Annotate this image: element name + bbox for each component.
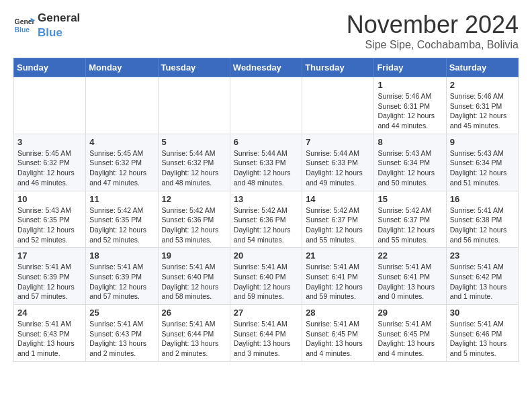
title-block: November 2024 Sipe Sipe, Cochabamba, Bol…: [347, 11, 519, 51]
header-row: Sunday Monday Tuesday Wednesday Thursday…: [14, 58, 519, 77]
calendar-cell: 7Sunrise: 5:44 AM Sunset: 6:33 PM Daylig…: [302, 134, 374, 191]
day-info: Sunrise: 5:41 AM Sunset: 6:40 PM Dayligh…: [162, 262, 226, 302]
page-container: General Blue General Blue November 2024 …: [0, 0, 532, 373]
logo-blue: Blue: [38, 26, 80, 40]
day-info: Sunrise: 5:41 AM Sunset: 6:44 PM Dayligh…: [162, 319, 226, 359]
calendar-cell: 4Sunrise: 5:45 AM Sunset: 6:32 PM Daylig…: [86, 134, 158, 191]
calendar-cell: 24Sunrise: 5:41 AM Sunset: 6:43 PM Dayli…: [14, 305, 86, 362]
location-subtitle: Sipe Sipe, Cochabamba, Bolivia: [347, 39, 519, 51]
calendar-cell: 29Sunrise: 5:41 AM Sunset: 6:45 PM Dayli…: [374, 305, 446, 362]
day-number: 16: [450, 194, 515, 204]
day-number: 28: [306, 308, 370, 318]
day-info: Sunrise: 5:44 AM Sunset: 6:32 PM Dayligh…: [162, 148, 226, 188]
calendar-cell: 22Sunrise: 5:41 AM Sunset: 6:41 PM Dayli…: [374, 248, 446, 305]
calendar-cell: [14, 77, 86, 134]
day-info: Sunrise: 5:42 AM Sunset: 6:35 PM Dayligh…: [89, 205, 154, 245]
day-number: 5: [162, 137, 226, 147]
col-thursday: Thursday: [302, 58, 374, 77]
day-info: Sunrise: 5:41 AM Sunset: 6:45 PM Dayligh…: [378, 319, 442, 359]
day-number: 7: [306, 137, 370, 147]
calendar-cell: [86, 77, 158, 134]
logo-general: General: [38, 11, 80, 26]
calendar-cell: 10Sunrise: 5:43 AM Sunset: 6:35 PM Dayli…: [14, 191, 86, 248]
calendar-cell: 13Sunrise: 5:42 AM Sunset: 6:36 PM Dayli…: [230, 191, 302, 248]
day-info: Sunrise: 5:41 AM Sunset: 6:38 PM Dayligh…: [450, 205, 515, 245]
calendar-table: Sunday Monday Tuesday Wednesday Thursday…: [13, 58, 519, 362]
calendar-cell: 25Sunrise: 5:41 AM Sunset: 6:43 PM Dayli…: [86, 305, 158, 362]
day-number: 21: [306, 250, 370, 261]
calendar-cell: 6Sunrise: 5:44 AM Sunset: 6:33 PM Daylig…: [230, 134, 302, 191]
calendar-cell: 8Sunrise: 5:43 AM Sunset: 6:34 PM Daylig…: [374, 134, 446, 191]
calendar-cell: 12Sunrise: 5:42 AM Sunset: 6:36 PM Dayli…: [158, 191, 230, 248]
day-info: Sunrise: 5:43 AM Sunset: 6:34 PM Dayligh…: [450, 148, 515, 188]
calendar-cell: 28Sunrise: 5:41 AM Sunset: 6:45 PM Dayli…: [302, 305, 374, 362]
day-info: Sunrise: 5:45 AM Sunset: 6:32 PM Dayligh…: [17, 148, 82, 188]
day-number: 4: [89, 137, 154, 147]
day-info: Sunrise: 5:41 AM Sunset: 6:45 PM Dayligh…: [306, 319, 370, 359]
calendar-cell: 16Sunrise: 5:41 AM Sunset: 6:38 PM Dayli…: [446, 191, 518, 248]
day-number: 13: [234, 194, 298, 204]
day-number: 11: [89, 194, 154, 204]
calendar-cell: 15Sunrise: 5:42 AM Sunset: 6:37 PM Dayli…: [374, 191, 446, 248]
day-info: Sunrise: 5:46 AM Sunset: 6:31 PM Dayligh…: [450, 91, 515, 131]
day-number: 27: [234, 308, 298, 318]
day-number: 29: [378, 308, 442, 318]
day-number: 10: [17, 194, 82, 204]
calendar-cell: 1Sunrise: 5:46 AM Sunset: 6:31 PM Daylig…: [374, 77, 446, 134]
day-number: 24: [17, 308, 82, 318]
calendar-cell: 2Sunrise: 5:46 AM Sunset: 6:31 PM Daylig…: [446, 77, 518, 134]
calendar-body: 1Sunrise: 5:46 AM Sunset: 6:31 PM Daylig…: [14, 77, 519, 362]
day-number: 3: [17, 137, 82, 147]
calendar-cell: 26Sunrise: 5:41 AM Sunset: 6:44 PM Dayli…: [158, 305, 230, 362]
col-saturday: Saturday: [446, 58, 518, 77]
day-number: 8: [378, 137, 442, 147]
calendar-cell: 19Sunrise: 5:41 AM Sunset: 6:40 PM Dayli…: [158, 248, 230, 305]
calendar-cell: [230, 77, 302, 134]
day-number: 9: [450, 137, 515, 147]
day-number: 17: [17, 250, 82, 261]
day-number: 12: [162, 194, 226, 204]
day-info: Sunrise: 5:41 AM Sunset: 6:39 PM Dayligh…: [89, 262, 154, 302]
day-number: 18: [89, 250, 154, 261]
header: General Blue General Blue November 2024 …: [13, 11, 519, 51]
day-number: 6: [234, 137, 298, 147]
calendar-week-1: 3Sunrise: 5:45 AM Sunset: 6:32 PM Daylig…: [14, 134, 519, 191]
day-number: 2: [450, 80, 515, 90]
col-friday: Friday: [374, 58, 446, 77]
day-info: Sunrise: 5:42 AM Sunset: 6:37 PM Dayligh…: [378, 205, 442, 245]
calendar-cell: 30Sunrise: 5:41 AM Sunset: 6:46 PM Dayli…: [446, 305, 518, 362]
month-title: November 2024: [347, 11, 519, 39]
logo: General Blue General Blue: [13, 11, 80, 40]
day-number: 20: [234, 250, 298, 261]
day-info: Sunrise: 5:46 AM Sunset: 6:31 PM Dayligh…: [378, 91, 442, 131]
calendar-week-0: 1Sunrise: 5:46 AM Sunset: 6:31 PM Daylig…: [14, 77, 519, 134]
day-info: Sunrise: 5:41 AM Sunset: 6:41 PM Dayligh…: [378, 262, 442, 302]
calendar-cell: [302, 77, 374, 134]
calendar-cell: 23Sunrise: 5:41 AM Sunset: 6:42 PM Dayli…: [446, 248, 518, 305]
day-info: Sunrise: 5:44 AM Sunset: 6:33 PM Dayligh…: [306, 148, 370, 188]
svg-text:Blue: Blue: [15, 26, 30, 34]
day-info: Sunrise: 5:42 AM Sunset: 6:37 PM Dayligh…: [306, 205, 370, 245]
calendar-cell: 17Sunrise: 5:41 AM Sunset: 6:39 PM Dayli…: [14, 248, 86, 305]
day-info: Sunrise: 5:41 AM Sunset: 6:43 PM Dayligh…: [89, 319, 154, 359]
calendar-cell: 3Sunrise: 5:45 AM Sunset: 6:32 PM Daylig…: [14, 134, 86, 191]
col-sunday: Sunday: [14, 58, 86, 77]
day-number: 23: [450, 250, 515, 261]
col-wednesday: Wednesday: [230, 58, 302, 77]
day-info: Sunrise: 5:43 AM Sunset: 6:35 PM Dayligh…: [17, 205, 82, 245]
day-number: 25: [89, 308, 154, 318]
day-number: 22: [378, 250, 442, 261]
day-number: 19: [162, 250, 226, 261]
day-number: 14: [306, 194, 370, 204]
day-info: Sunrise: 5:43 AM Sunset: 6:34 PM Dayligh…: [378, 148, 442, 188]
day-info: Sunrise: 5:41 AM Sunset: 6:43 PM Dayligh…: [17, 319, 82, 359]
day-info: Sunrise: 5:41 AM Sunset: 6:40 PM Dayligh…: [234, 262, 298, 302]
col-monday: Monday: [86, 58, 158, 77]
calendar-header: Sunday Monday Tuesday Wednesday Thursday…: [14, 58, 519, 77]
day-number: 26: [162, 308, 226, 318]
calendar-cell: 21Sunrise: 5:41 AM Sunset: 6:41 PM Dayli…: [302, 248, 374, 305]
day-info: Sunrise: 5:41 AM Sunset: 6:39 PM Dayligh…: [17, 262, 82, 302]
day-info: Sunrise: 5:45 AM Sunset: 6:32 PM Dayligh…: [89, 148, 154, 188]
day-info: Sunrise: 5:41 AM Sunset: 6:44 PM Dayligh…: [234, 319, 298, 359]
col-tuesday: Tuesday: [158, 58, 230, 77]
